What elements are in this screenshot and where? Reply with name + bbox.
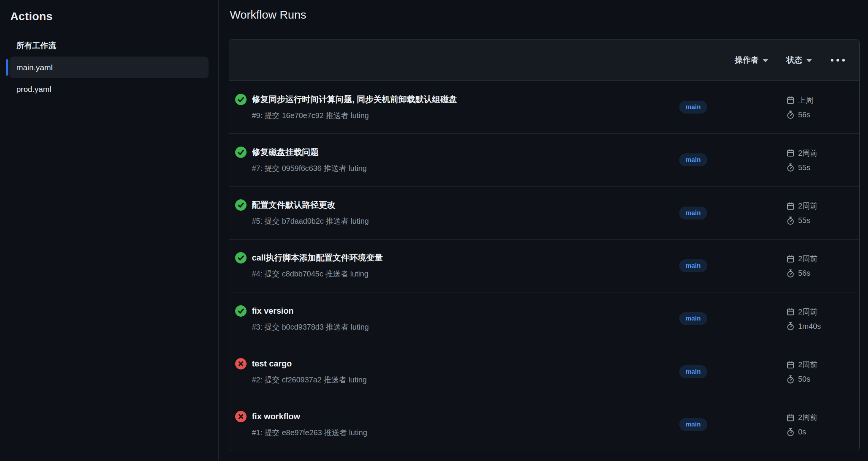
status-filter-label: 状态	[786, 55, 802, 65]
workflow-run-row[interactable]: fix version #3: 提交 b0cd9378d3 推送者 luting…	[229, 292, 859, 345]
sidebar-item-all-workflows[interactable]: 所有工作流	[16, 40, 218, 51]
workflow-run-row[interactable]: 修复同步运行时间计算问题, 同步关机前卸载默认组磁盘 #9: 提交 16e70e…	[229, 81, 859, 133]
workflow-file-label: prod.yaml	[16, 85, 51, 94]
calendar-icon	[786, 361, 795, 369]
workflow-run-row[interactable]: 修复磁盘挂载问题 #7: 提交 0959f6c636 推送者 luting ma…	[229, 133, 859, 186]
workflow-run-row[interactable]: fix workflow #1: 提交 e8e97fe263 推送者 lutin…	[229, 398, 859, 451]
stopwatch-icon	[786, 428, 795, 436]
sidebar-item-main-yaml[interactable]: main.yaml	[9, 57, 209, 78]
run-subtitle: #5: 提交 b7daad0b2c 推送者 luting	[252, 216, 679, 226]
calendar-icon	[786, 414, 795, 422]
stopwatch-icon	[786, 322, 795, 330]
run-title[interactable]: call执行脚本添加配置文件环境变量	[252, 252, 383, 264]
branch-badge[interactable]: main	[679, 153, 707, 166]
run-subtitle: #3: 提交 b0cd9378d3 推送者 luting	[252, 322, 679, 332]
stopwatch-icon	[786, 216, 795, 225]
chevron-down-icon	[806, 59, 812, 62]
branch-badge[interactable]: main	[679, 101, 707, 114]
run-subtitle: #7: 提交 0959f6c636 推送者 luting	[252, 163, 679, 174]
sidebar-title: Actions	[10, 10, 218, 23]
run-subtitle: #1: 提交 e8e97fe263 推送者 luting	[252, 428, 679, 438]
run-date: 2周前	[798, 412, 817, 423]
selected-accent-bar	[6, 59, 8, 76]
run-title[interactable]: fix version	[252, 306, 294, 316]
run-list: 修复同步运行时间计算问题, 同步关机前卸载默认组磁盘 #9: 提交 16e70e…	[229, 81, 859, 451]
actions-sidebar: Actions 所有工作流 main.yaml prod.yaml	[0, 0, 219, 461]
run-title[interactable]: test cargo	[252, 359, 292, 369]
run-title[interactable]: 修复磁盘挂载问题	[252, 147, 319, 158]
calendar-icon	[786, 149, 795, 157]
calendar-icon	[786, 308, 795, 316]
workflow-runs-panel: 操作者 状态 修复同步运行	[229, 39, 860, 451]
run-duration: 55s	[798, 163, 810, 172]
success-icon	[235, 94, 247, 105]
workflow-run-row[interactable]: test cargo #2: 提交 cf260937a2 推送者 luting …	[229, 345, 859, 398]
more-options-button[interactable]	[830, 57, 846, 64]
success-icon	[235, 199, 247, 211]
run-duration: 50s	[798, 375, 810, 384]
page-title: Workflow Runs	[230, 8, 306, 21]
run-date: 2周前	[798, 254, 817, 264]
run-duration: 56s	[798, 269, 810, 278]
branch-badge[interactable]: main	[679, 418, 707, 431]
status-filter-button[interactable]: 状态	[786, 55, 812, 65]
failure-icon	[235, 411, 247, 422]
run-date: 2周前	[798, 307, 817, 317]
run-duration: 55s	[798, 216, 810, 225]
run-date: 2周前	[798, 148, 817, 158]
calendar-icon	[786, 96, 795, 104]
branch-badge[interactable]: main	[679, 365, 707, 378]
workflow-run-row[interactable]: 配置文件默认路径更改 #5: 提交 b7daad0b2c 推送者 luting …	[229, 186, 859, 239]
actor-filter-button[interactable]: 操作者	[735, 55, 768, 65]
runs-filter-bar: 操作者 状态	[229, 39, 859, 81]
branch-badge[interactable]: main	[679, 259, 707, 272]
stopwatch-icon	[786, 163, 795, 172]
calendar-icon	[786, 255, 795, 263]
run-subtitle: #9: 提交 16e70e7c92 推送者 luting	[252, 111, 679, 121]
ellipsis-icon	[836, 59, 839, 62]
run-date: 2周前	[798, 360, 817, 370]
run-title[interactable]: fix workflow	[252, 412, 300, 422]
success-icon	[235, 252, 247, 264]
run-date: 2周前	[798, 201, 817, 211]
stopwatch-icon	[786, 269, 795, 278]
ellipsis-icon	[842, 59, 845, 62]
stopwatch-icon	[786, 111, 795, 119]
run-duration: 1m40s	[798, 322, 821, 331]
run-subtitle: #4: 提交 c8dbb7045c 推送者 luting	[252, 269, 679, 279]
run-subtitle: #2: 提交 cf260937a2 推送者 luting	[252, 375, 679, 385]
sidebar-item-prod-yaml[interactable]: prod.yaml	[9, 78, 209, 100]
branch-badge[interactable]: main	[679, 312, 707, 325]
run-duration: 0s	[798, 428, 806, 436]
failure-icon	[235, 358, 247, 369]
workflow-run-row[interactable]: call执行脚本添加配置文件环境变量 #4: 提交 c8dbb7045c 推送者…	[229, 239, 859, 292]
branch-badge[interactable]: main	[679, 207, 707, 219]
workflow-list: main.yaml prod.yaml	[0, 57, 218, 100]
run-date: 上周	[798, 95, 813, 106]
actor-filter-label: 操作者	[735, 55, 759, 65]
chevron-down-icon	[763, 59, 768, 62]
run-duration: 56s	[798, 111, 810, 119]
success-icon	[235, 147, 247, 158]
ellipsis-icon	[831, 59, 833, 62]
run-title[interactable]: 修复同步运行时间计算问题, 同步关机前卸载默认组磁盘	[252, 94, 457, 105]
success-icon	[235, 305, 247, 317]
main-content: Workflow Runs 操作者 状态	[219, 0, 868, 461]
stopwatch-icon	[786, 375, 795, 384]
calendar-icon	[786, 202, 795, 210]
workflow-file-label: main.yaml	[16, 63, 53, 72]
run-title[interactable]: 配置文件默认路径更改	[252, 199, 335, 211]
